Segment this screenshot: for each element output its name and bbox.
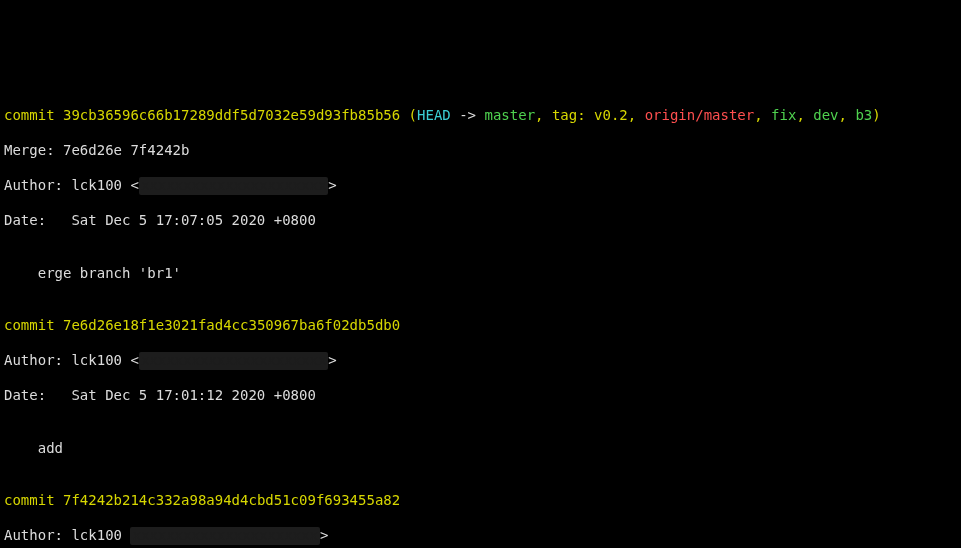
commit-line: commit 7e6d26e18f1e3021fad4cc350967ba6f0… <box>4 317 957 335</box>
date-value: Sat Dec 5 17:07:05 2020 +0800 <box>71 212 315 228</box>
redacted-email: xxxxxxxxxxxxxxxxxxxxxx <box>139 352 328 370</box>
paren-close: ) <box>872 107 880 123</box>
tag-prefix: tag: <box>552 107 594 123</box>
commit-line: commit 39cb36596c66b17289ddf5d7032e59d93… <box>4 107 957 125</box>
branch-b3: b3 <box>855 107 872 123</box>
author-line: Author: lck100 xxxxxxxxxxxxxxxxxxxxxx> <box>4 527 957 545</box>
tag-name: v0.2 <box>594 107 628 123</box>
git-log-output: commit 39cb36596c66b17289ddf5d7032e59d93… <box>0 88 961 549</box>
merge-line: Merge: 7e6d26e 7f4242b <box>4 142 957 160</box>
author-name: lck100 <box>71 352 122 368</box>
commit-hash: 7e6d26e18f1e3021fad4cc350967ba6f02db5db0 <box>63 317 400 333</box>
author-name: lck100 <box>71 527 122 543</box>
branch-dev: dev <box>813 107 838 123</box>
redacted-email: xxxxxxxxxxxxxxxxxxxxxx <box>139 177 328 195</box>
arrow-icon: -> <box>451 107 485 123</box>
commit-message: add <box>4 440 957 458</box>
remote-ref: origin/master <box>645 107 755 123</box>
author-line: Author: lck100 <xxxxxxxxxxxxxxxxxxxxxx> <box>4 177 957 195</box>
date-line: Date: Sat Dec 5 17:01:12 2020 +0800 <box>4 387 957 405</box>
author-name: lck100 <box>71 177 122 193</box>
branch-fix: fix <box>771 107 796 123</box>
commit-line: commit 7f4242b214c332a98a94d4cbd51c09f69… <box>4 492 957 510</box>
commit-hash: 39cb36596c66b17289ddf5d7032e59d93fb85b56 <box>63 107 400 123</box>
date-line: Date: Sat Dec 5 17:07:05 2020 +0800 <box>4 212 957 230</box>
date-value: Sat Dec 5 17:01:12 2020 +0800 <box>71 387 315 403</box>
commit-hash: 7f4242b214c332a98a94d4cbd51c09f693455a82 <box>63 492 400 508</box>
head-ref: HEAD <box>417 107 451 123</box>
paren-open: ( <box>409 107 417 123</box>
commit-message: erge branch 'br1' <box>4 265 957 283</box>
redacted-email: xxxxxxxxxxxxxxxxxxxxxx <box>130 527 319 545</box>
branch-master: master <box>484 107 535 123</box>
author-line: Author: lck100 <xxxxxxxxxxxxxxxxxxxxxx> <box>4 352 957 370</box>
commit-keyword: commit <box>4 107 63 123</box>
